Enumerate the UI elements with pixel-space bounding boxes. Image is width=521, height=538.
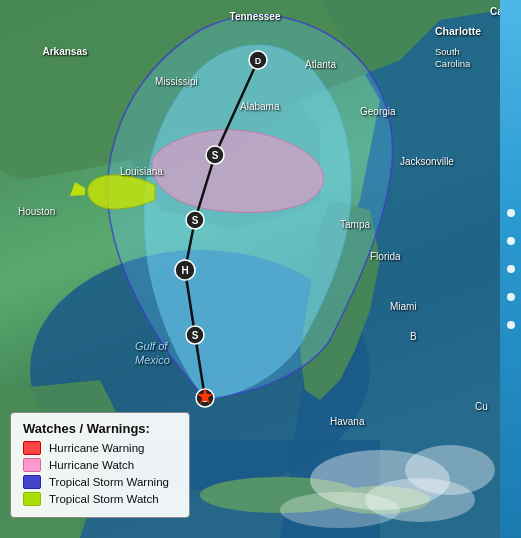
svg-text:South: South	[435, 46, 460, 57]
svg-text:Alabama: Alabama	[240, 101, 280, 112]
svg-text:Gulf of: Gulf of	[135, 340, 168, 352]
hurricane-watch-label: Hurricane Watch	[49, 459, 134, 471]
svg-text:H: H	[181, 265, 188, 276]
sidebar-dot-4[interactable]	[507, 293, 515, 301]
svg-text:Havana: Havana	[330, 416, 365, 427]
legend-item-hurricane-watch: Hurricane Watch	[23, 458, 177, 472]
svg-point-48	[280, 492, 400, 528]
svg-text:Florida: Florida	[370, 251, 401, 262]
hurricane-warning-label: Hurricane Warning	[49, 442, 144, 454]
svg-text:Louisiana: Louisiana	[120, 166, 163, 177]
legend-item-ts-warning: Tropical Storm Warning	[23, 475, 177, 489]
svg-marker-9	[70, 182, 85, 196]
svg-text:Tennessee: Tennessee	[230, 11, 281, 22]
svg-text:Mexico: Mexico	[135, 354, 170, 366]
sidebar-dot-3[interactable]	[507, 265, 515, 273]
legend: Watches / Warnings: Hurricane Warning Hu…	[10, 412, 190, 518]
svg-text:S: S	[192, 330, 199, 341]
sidebar-dot-2[interactable]	[507, 237, 515, 245]
svg-text:Jacksonville: Jacksonville	[400, 156, 454, 167]
svg-text:D: D	[255, 56, 262, 66]
svg-text:Miami: Miami	[390, 301, 417, 312]
svg-text:Charlotte: Charlotte	[435, 25, 481, 37]
svg-text:Tampa: Tampa	[340, 219, 370, 230]
hurricane-watch-swatch	[23, 458, 41, 472]
svg-text:S: S	[192, 215, 199, 226]
sidebar-dot-5[interactable]	[507, 321, 515, 329]
svg-text:Carolin: Carolin	[490, 6, 500, 17]
svg-text:S: S	[212, 150, 219, 161]
ts-warning-label: Tropical Storm Warning	[49, 476, 169, 488]
svg-text:Carolina: Carolina	[435, 58, 471, 69]
svg-text:Arkansas: Arkansas	[42, 46, 87, 57]
map-area[interactable]: S S H S S D Arkansas Tennessee	[0, 0, 500, 538]
app-container: S S H S S D Arkansas Tennessee	[0, 0, 521, 538]
svg-text:Cu: Cu	[475, 401, 488, 412]
svg-text:B: B	[410, 331, 417, 342]
svg-text:Georgia: Georgia	[360, 106, 396, 117]
legend-title: Watches / Warnings:	[23, 421, 177, 436]
ts-warning-swatch	[23, 475, 41, 489]
ts-watch-label: Tropical Storm Watch	[49, 493, 159, 505]
sidebar-dot-1[interactable]	[507, 209, 515, 217]
legend-item-hurricane-warning: Hurricane Warning	[23, 441, 177, 455]
svg-point-49	[405, 445, 495, 495]
ts-watch-swatch	[23, 492, 41, 506]
legend-item-ts-watch: Tropical Storm Watch	[23, 492, 177, 506]
hurricane-warning-swatch	[23, 441, 41, 455]
svg-text:Atlanta: Atlanta	[305, 59, 337, 70]
svg-text:Houston: Houston	[18, 206, 55, 217]
svg-text:Mississipi: Mississipi	[155, 76, 198, 87]
right-sidebar	[500, 0, 521, 538]
